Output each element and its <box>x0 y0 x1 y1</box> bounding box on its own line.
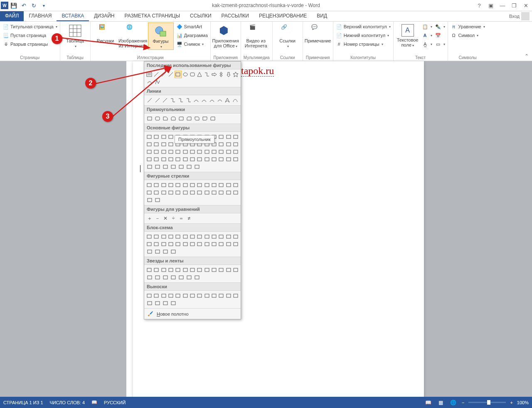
save-button[interactable]: 💾 <box>9 1 18 10</box>
shape-item[interactable] <box>204 156 210 163</box>
shape-freeform2[interactable] <box>224 96 232 104</box>
shape-item[interactable] <box>232 292 239 299</box>
cover-page-button[interactable]: 📄Титульная страница▾ <box>2 22 57 31</box>
view-read-button[interactable]: 📖 <box>424 398 433 407</box>
shape-item[interactable] <box>146 299 153 307</box>
textbox-button[interactable]: AТекстовое поле▾ <box>396 22 419 48</box>
tab-view[interactable]: ВИД <box>312 11 332 21</box>
shape-item[interactable] <box>160 148 167 156</box>
chart-button[interactable]: 📊Диаграмма <box>176 31 208 40</box>
shape-item[interactable] <box>167 189 174 196</box>
help-button[interactable]: ? <box>475 1 484 10</box>
shape-item[interactable] <box>160 141 167 148</box>
shape-item[interactable] <box>196 240 203 248</box>
tab-review[interactable]: РЕЦЕНЗИРОВАНИЕ <box>254 11 312 21</box>
shape-item[interactable] <box>182 240 189 248</box>
shape-item[interactable] <box>225 181 232 189</box>
shape-item[interactable] <box>225 141 232 148</box>
shape-rect7[interactable] <box>193 115 201 122</box>
shape-item[interactable] <box>196 189 203 196</box>
shape-item[interactable] <box>225 189 232 196</box>
shape-curve4[interactable] <box>216 96 224 104</box>
shape-item[interactable] <box>146 240 153 248</box>
shape-item[interactable] <box>189 240 196 248</box>
shape-item[interactable] <box>193 163 201 171</box>
shape-item[interactable] <box>146 274 153 281</box>
status-language[interactable]: РУССКИЙ <box>104 400 126 405</box>
shape-item[interactable] <box>182 156 189 163</box>
shape-rectangle[interactable] <box>175 71 181 78</box>
apps-button[interactable]: ⬢Приложения для Office▾ <box>213 22 238 49</box>
status-page[interactable]: СТРАНИЦА 1 ИЗ 1 <box>3 400 43 405</box>
tab-layout[interactable]: РАЗМЕТКА СТРАНИЦЫ <box>120 11 185 21</box>
shape-item[interactable] <box>153 141 160 148</box>
shape-triangle[interactable] <box>196 71 203 78</box>
shape-item[interactable] <box>218 240 224 248</box>
shape-arrow-right[interactable] <box>211 71 217 78</box>
shape-item[interactable] <box>153 266 160 274</box>
shape-item[interactable] <box>160 133 167 141</box>
zoom-in-button[interactable]: + <box>510 400 512 405</box>
shape-item[interactable] <box>170 163 177 171</box>
shape-item[interactable] <box>182 233 189 240</box>
shape-star[interactable] <box>232 71 239 78</box>
shape-item[interactable] <box>153 240 160 248</box>
ribbon-display-button[interactable]: ▣ <box>486 1 495 10</box>
new-canvas-item[interactable]: 🖌️ Новое полотно <box>144 308 241 319</box>
symbol-button[interactable]: ΩСимвол▾ <box>451 31 485 40</box>
shape-item[interactable] <box>225 240 232 248</box>
shape-item[interactable] <box>175 148 181 156</box>
header-button[interactable]: 📄Верхний колонтитул▾ <box>336 22 391 31</box>
shape-item[interactable] <box>146 181 153 189</box>
shape-item[interactable] <box>232 133 239 141</box>
shape-item[interactable] <box>182 266 189 274</box>
shape-item[interactable] <box>193 274 201 281</box>
shape-rect6[interactable] <box>185 115 193 122</box>
restore-button[interactable]: ❐ <box>510 1 519 10</box>
shape-item[interactable] <box>204 292 210 299</box>
shape-item[interactable] <box>175 233 181 240</box>
shape-rect9[interactable] <box>209 115 217 122</box>
shape-item[interactable] <box>232 189 239 196</box>
shape-minus[interactable]: － <box>154 215 161 222</box>
shape-item[interactable] <box>146 163 153 171</box>
shape-item[interactable] <box>218 181 224 189</box>
avatar[interactable] <box>521 12 530 20</box>
shape-item[interactable] <box>182 189 189 196</box>
shape-elbow2[interactable] <box>177 96 185 104</box>
shape-item[interactable] <box>175 156 181 163</box>
tab-file[interactable]: ФАЙЛ <box>0 11 24 21</box>
shape-item[interactable] <box>204 181 210 189</box>
shape-item[interactable] <box>153 133 160 141</box>
video-button[interactable]: 🎬Видео из Интернета <box>244 22 268 48</box>
shape-item[interactable] <box>232 233 239 240</box>
shape-item[interactable] <box>177 274 185 281</box>
page-break-button[interactable]: ⤋Разрыв страницы <box>2 40 57 48</box>
shape-item[interactable] <box>167 133 174 141</box>
shape-item[interactable] <box>153 189 160 196</box>
footer-button[interactable]: 📄Нижний колонтитул▾ <box>336 31 391 40</box>
shape-item[interactable] <box>196 266 203 274</box>
shape-item[interactable] <box>218 189 224 196</box>
shape-item[interactable] <box>146 189 153 196</box>
links-button[interactable]: 🔗Ссылки▾ <box>275 22 300 49</box>
shape-elbow[interactable] <box>204 71 210 78</box>
shape-item[interactable] <box>185 163 193 171</box>
qat-customize[interactable]: ▾ <box>39 1 48 10</box>
tab-home[interactable]: ГЛАВНАЯ <box>24 11 57 21</box>
shape-item[interactable] <box>225 266 232 274</box>
shape-item[interactable] <box>189 266 196 274</box>
shape-item[interactable] <box>160 181 167 189</box>
shape-item[interactable] <box>189 148 196 156</box>
shape-item[interactable] <box>196 156 203 163</box>
shape-eq[interactable]: ＝ <box>177 215 185 222</box>
shape-item[interactable] <box>218 266 224 274</box>
shape-rect8[interactable] <box>201 115 209 122</box>
shape-item[interactable] <box>167 141 174 148</box>
shape-item[interactable] <box>232 240 239 248</box>
shape-item[interactable] <box>170 248 177 255</box>
shape-item[interactable] <box>218 156 224 163</box>
shape-item[interactable] <box>211 266 217 274</box>
shape-item[interactable] <box>175 292 181 299</box>
shape-item[interactable] <box>211 181 217 189</box>
